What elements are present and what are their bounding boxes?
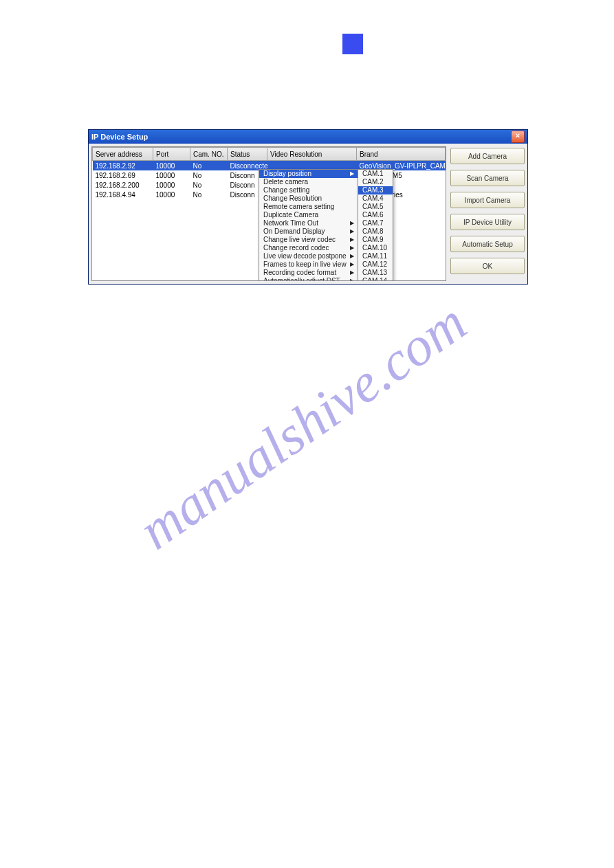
menu-item-label: Remote camera setting — [263, 203, 354, 211]
button-column: Add Camera Scan Camera Import Camera IP … — [450, 146, 525, 281]
submenu-item-label: CAM.11 — [362, 252, 388, 260]
header-status[interactable]: Status — [228, 148, 267, 161]
context-menu-item[interactable]: Delete camera — [259, 178, 358, 186]
table-cell: 10000 — [153, 170, 190, 180]
table-cell: No — [190, 180, 228, 190]
menu-item-label: Delete camera — [263, 178, 354, 186]
context-menu-item[interactable]: Display position▶ — [259, 170, 358, 178]
header-cam-no[interactable]: Cam. NO. — [190, 148, 228, 161]
automatic-setup-button[interactable]: Automatic Setup — [450, 236, 525, 252]
menu-item-label: Frames to keep in live view buffer — [263, 260, 347, 269]
menu-item-label: Change setting — [263, 186, 354, 194]
dialog-body: Server address Port Cam. NO. Status Vide… — [89, 144, 527, 284]
submenu-item[interactable]: CAM.3 — [358, 186, 393, 194]
submenu-item-label: CAM.4 — [362, 194, 388, 203]
add-camera-button[interactable]: Add Camera — [450, 148, 525, 164]
context-menu-item[interactable]: On Demand Display▶ — [259, 227, 358, 236]
header-brand[interactable]: Brand — [357, 148, 446, 161]
table-cell: No — [190, 170, 228, 180]
menu-item-label: Network Time Out — [263, 219, 347, 227]
ip-device-setup-dialog: IP Device Setup × Server address Port Ca… — [88, 129, 528, 285]
chevron-right-icon: ▶ — [347, 244, 354, 252]
submenu-item[interactable]: CAM.8 — [358, 227, 393, 236]
submenu-item[interactable]: CAM.7 — [358, 219, 393, 227]
submenu-item-label: CAM.14 — [362, 277, 388, 281]
submenu-item-label: CAM.7 — [362, 219, 388, 227]
submenu-item-label: CAM.9 — [362, 236, 388, 244]
import-camera-button[interactable]: Import Camera — [450, 192, 525, 208]
menu-item-label: Duplicate Camera — [263, 211, 354, 219]
menu-item-label: Change live view codec — [263, 236, 347, 244]
chevron-right-icon: ▶ — [347, 252, 354, 260]
menu-item-label: Change record codec — [263, 244, 347, 252]
submenu-item-label: CAM.3 — [362, 186, 388, 194]
context-menu-item[interactable]: Recording codec format▶ — [259, 269, 358, 277]
close-icon[interactable]: × — [511, 131, 525, 143]
submenu-item[interactable]: CAM.13 — [358, 269, 393, 277]
chevron-right-icon: ▶ — [347, 269, 354, 277]
context-menu-item[interactable]: Automatically adjust DST▶ — [259, 277, 358, 281]
header-video-resolution[interactable]: Video Resolution — [267, 148, 357, 161]
header-server-address[interactable]: Server address — [93, 148, 153, 161]
table-cell: 192.168.2.200 — [93, 180, 153, 190]
menu-item-label: Display position — [263, 170, 347, 178]
submenu-item[interactable]: CAM.1 — [358, 170, 393, 178]
submenu-item[interactable]: CAM.2 — [358, 178, 393, 186]
submenu-item-label: CAM.5 — [362, 203, 388, 211]
table-cell: No — [190, 190, 228, 199]
chevron-right-icon: ▶ — [347, 170, 354, 178]
context-menu-item[interactable]: Remote camera setting — [259, 203, 358, 211]
context-menu-item[interactable]: Network Time Out▶ — [259, 219, 358, 227]
table-header-row: Server address Port Cam. NO. Status Vide… — [93, 148, 446, 161]
dialog-title: IP Device Setup — [91, 133, 511, 141]
context-menu[interactable]: Display position▶Delete cameraChange set… — [259, 169, 359, 281]
submenu-item[interactable]: CAM.9 — [358, 236, 393, 244]
menu-item-label: Recording codec format — [263, 269, 347, 277]
submenu-item[interactable]: CAM.14 — [358, 277, 393, 281]
chevron-right-icon: ▶ — [347, 236, 354, 244]
chevron-right-icon: ▶ — [347, 277, 354, 281]
display-position-submenu[interactable]: CAM.1CAM.2CAM.3CAM.4CAM.5CAM.6CAM.7CAM.8… — [358, 169, 393, 281]
table-cell: 10000 — [153, 161, 190, 171]
table-cell: 10000 — [153, 180, 190, 190]
menu-item-label: Change Resolution — [263, 194, 354, 203]
submenu-item[interactable]: CAM.12 — [358, 260, 393, 269]
context-menu-item[interactable]: Live view decode postpone time▶ — [259, 252, 358, 260]
context-menu-item[interactable]: Frames to keep in live view buffer▶ — [259, 260, 358, 269]
table-cell: No — [190, 161, 228, 171]
ok-button[interactable]: OK — [450, 258, 525, 274]
chevron-right-icon: ▶ — [347, 260, 354, 269]
table-cell: 192.168.4.94 — [93, 190, 153, 199]
context-menu-item[interactable]: Change live view codec▶ — [259, 236, 358, 244]
submenu-item-label: CAM.6 — [362, 211, 388, 219]
submenu-item-label: CAM.8 — [362, 227, 388, 236]
scan-camera-button[interactable]: Scan Camera — [450, 170, 525, 186]
submenu-item-label: CAM.13 — [362, 269, 388, 277]
ip-device-utility-button[interactable]: IP Device Utility — [450, 214, 525, 230]
menu-item-label: Live view decode postpone time — [263, 252, 347, 260]
menu-item-label: Automatically adjust DST — [263, 277, 347, 281]
submenu-item[interactable]: CAM.5 — [358, 203, 393, 211]
decorative-square — [342, 34, 363, 54]
menu-item-label: On Demand Display — [263, 227, 347, 236]
submenu-item[interactable]: CAM.11 — [358, 252, 393, 260]
table-cell: 192.168.2.69 — [93, 170, 153, 180]
submenu-item-label: CAM.2 — [362, 178, 388, 186]
context-menu-item[interactable]: Change setting — [259, 186, 358, 194]
context-menu-item[interactable]: Duplicate Camera — [259, 211, 358, 219]
table-cell: 10000 — [153, 190, 190, 199]
titlebar[interactable]: IP Device Setup × — [89, 130, 527, 144]
submenu-item[interactable]: CAM.4 — [358, 194, 393, 203]
chevron-right-icon: ▶ — [347, 227, 354, 236]
chevron-right-icon: ▶ — [347, 219, 354, 227]
header-port[interactable]: Port — [153, 148, 190, 161]
context-menu-item[interactable]: Change Resolution — [259, 194, 358, 203]
submenu-item-label: CAM.10 — [362, 244, 388, 252]
device-table-area: Server address Port Cam. NO. Status Vide… — [91, 146, 446, 281]
context-menu-item[interactable]: Change record codec▶ — [259, 244, 358, 252]
submenu-item-label: CAM.12 — [362, 260, 388, 269]
table-cell: 192.168.2.92 — [93, 161, 153, 171]
submenu-item-label: CAM.1 — [362, 170, 388, 178]
submenu-item[interactable]: CAM.10 — [358, 244, 393, 252]
submenu-item[interactable]: CAM.6 — [358, 211, 393, 219]
